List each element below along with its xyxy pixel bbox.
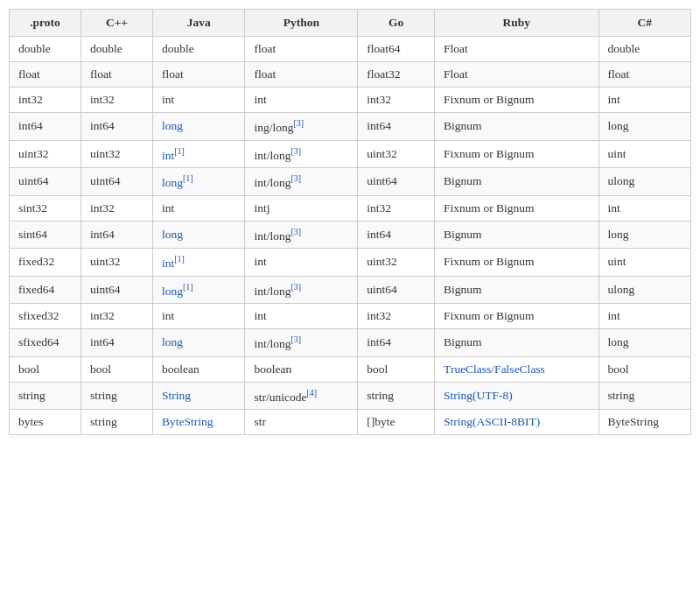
go-cell: int32 <box>358 88 435 113</box>
go-cell: float32 <box>358 62 435 88</box>
python-cell: int/long[3] <box>245 329 358 357</box>
ruby-cell: String(ASCII-8BIT) <box>435 410 598 435</box>
table-row: int64int64longing/long[3]int64Bignumlong <box>10 113 691 141</box>
table-row: fixed32uint32int[1]intuint32Fixnum or Bi… <box>10 249 691 277</box>
proto-cell: string <box>10 382 81 410</box>
csharp-cell: bool <box>598 356 690 382</box>
column-header: Java <box>153 10 245 37</box>
cpp-cell: int64 <box>81 329 153 357</box>
python-cell: int/long[3] <box>245 140 358 168</box>
cpp-cell: int64 <box>81 221 153 249</box>
ruby-cell: Float <box>435 37 598 62</box>
column-header: .proto <box>10 10 81 37</box>
go-cell: int64 <box>358 221 435 249</box>
python-cell: str/unicode[4] <box>245 382 358 410</box>
python-cell: float <box>245 62 358 88</box>
cpp-cell: float <box>81 62 153 88</box>
cpp-cell: int32 <box>81 88 153 113</box>
cpp-cell: uint64 <box>81 168 153 196</box>
csharp-cell: ulong <box>598 168 690 196</box>
csharp-cell: long <box>598 221 690 249</box>
csharp-cell: uint <box>598 249 690 277</box>
java-cell: int <box>153 304 245 329</box>
java-cell: long[1] <box>153 276 245 304</box>
cpp-cell: int32 <box>81 304 153 329</box>
proto-cell: uint64 <box>10 168 81 196</box>
ruby-cell: Fixnum or Bignum <box>435 140 598 168</box>
table-row: uint32uint32int[1]int/long[3]uint32Fixnu… <box>10 140 691 168</box>
go-cell: string <box>358 382 435 410</box>
python-cell: str <box>245 410 358 435</box>
go-cell: int64 <box>358 113 435 141</box>
proto-cell: float <box>10 62 81 88</box>
column-header: Go <box>358 10 435 37</box>
python-cell: int/long[3] <box>245 276 358 304</box>
csharp-cell: float <box>598 62 690 88</box>
column-header: Python <box>245 10 358 37</box>
go-cell: float64 <box>358 37 435 62</box>
java-cell: int[1] <box>153 249 245 277</box>
cpp-cell: uint32 <box>81 140 153 168</box>
go-cell: uint64 <box>358 276 435 304</box>
python-cell: int <box>245 88 358 113</box>
cpp-cell: double <box>81 37 153 62</box>
comparison-table: .protoC++JavaPythonGoRubyC# doubledouble… <box>9 9 691 435</box>
python-cell: float <box>245 37 358 62</box>
go-cell: uint64 <box>358 168 435 196</box>
java-cell: int[1] <box>153 140 245 168</box>
java-cell: String <box>153 382 245 410</box>
table-row: floatfloatfloatfloatfloat32Floatfloat <box>10 62 691 88</box>
csharp-cell: double <box>598 37 690 62</box>
csharp-cell: int <box>598 195 690 221</box>
python-cell: ing/long[3] <box>245 113 358 141</box>
cpp-cell: int32 <box>81 195 153 221</box>
java-cell: float <box>153 62 245 88</box>
java-cell: boolean <box>153 356 245 382</box>
python-cell: intj <box>245 195 358 221</box>
go-cell: bool <box>358 356 435 382</box>
go-cell: int64 <box>358 329 435 357</box>
csharp-cell: ByteString <box>598 410 690 435</box>
ruby-cell: Fixnum or Bignum <box>435 195 598 221</box>
ruby-cell: TrueClass/FalseClass <box>435 356 598 382</box>
proto-cell: int32 <box>10 88 81 113</box>
python-cell: int/long[3] <box>245 221 358 249</box>
ruby-cell: Bignum <box>435 329 598 357</box>
python-cell: int <box>245 249 358 277</box>
ruby-cell: Bignum <box>435 221 598 249</box>
column-header: Ruby <box>435 10 598 37</box>
cpp-cell: uint64 <box>81 276 153 304</box>
proto-cell: bool <box>10 356 81 382</box>
ruby-cell: String(UTF-8) <box>435 382 598 410</box>
csharp-cell: uint <box>598 140 690 168</box>
cpp-cell: int64 <box>81 113 153 141</box>
proto-cell: sfixed32 <box>10 304 81 329</box>
column-header: C# <box>598 10 690 37</box>
java-cell: long <box>153 329 245 357</box>
go-cell: uint32 <box>358 249 435 277</box>
python-cell: boolean <box>245 356 358 382</box>
python-cell: int <box>245 304 358 329</box>
csharp-cell: int <box>598 88 690 113</box>
csharp-cell: int <box>598 304 690 329</box>
table-row: sfixed32int32intintint32Fixnum or Bignum… <box>10 304 691 329</box>
java-cell: long[1] <box>153 168 245 196</box>
ruby-cell: Fixnum or Bignum <box>435 304 598 329</box>
proto-cell: double <box>10 37 81 62</box>
proto-cell: sfixed64 <box>10 329 81 357</box>
csharp-cell: ulong <box>598 276 690 304</box>
go-cell: int32 <box>358 195 435 221</box>
java-cell: long <box>153 113 245 141</box>
table-row: sint64int64longint/long[3]int64Bignumlon… <box>10 221 691 249</box>
table-row: uint64uint64long[1]int/long[3]uint64Bign… <box>10 168 691 196</box>
java-cell: long <box>153 221 245 249</box>
python-cell: int/long[3] <box>245 168 358 196</box>
table-row: int32int32intintint32Fixnum or Bignumint <box>10 88 691 113</box>
ruby-cell: Float <box>435 62 598 88</box>
table-row: fixed64uint64long[1]int/long[3]uint64Big… <box>10 276 691 304</box>
cpp-cell: bool <box>81 356 153 382</box>
go-cell: []byte <box>358 410 435 435</box>
java-cell: int <box>153 88 245 113</box>
java-cell: int <box>153 195 245 221</box>
cpp-cell: string <box>81 410 153 435</box>
